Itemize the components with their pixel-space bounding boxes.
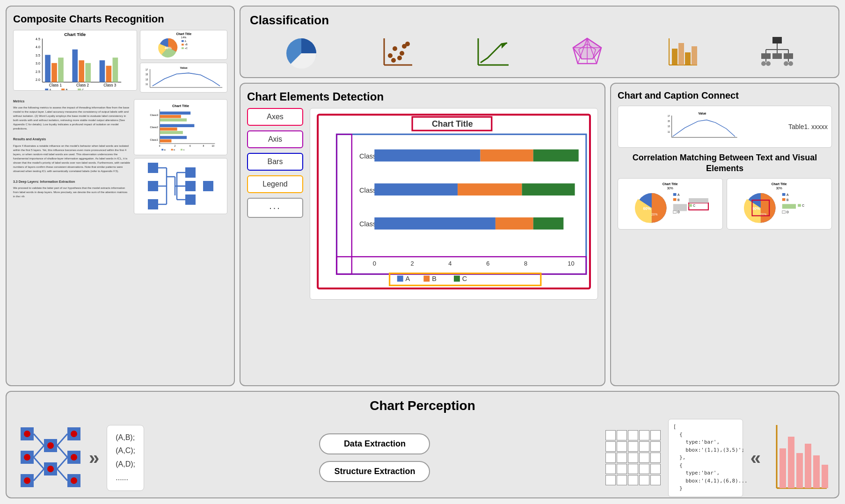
- svg-rect-133: [336, 134, 351, 274]
- svg-text:2.0: 2.0: [36, 78, 40, 81]
- svg-text:Chart Title: Chart Title: [772, 182, 787, 186]
- svg-text:+C: +C: [184, 47, 188, 50]
- svg-rect-63: [161, 149, 163, 150]
- svg-point-208: [24, 477, 30, 484]
- svg-text:11: 11: [145, 83, 148, 86]
- caption-panel: Chart and Caption Connect Value 17 15 13…: [610, 83, 839, 386]
- svg-rect-111: [678, 43, 684, 65]
- svg-text:Class 2: Class 2: [76, 83, 89, 87]
- code-content: [ { type:'bar', bbox:'(1,1),(3,5)'; }, {…: [673, 423, 738, 493]
- composite-title: Composite Charts Recognition: [13, 13, 227, 25]
- svg-text:4: 4: [448, 260, 452, 267]
- svg-text:C: C: [82, 88, 84, 90]
- data-extraction-btn[interactable]: Data Extraction: [319, 433, 430, 454]
- corr-chart-1-svg: Chart Title 30% 60% 20%: [621, 181, 720, 226]
- grid-cell: [650, 475, 661, 485]
- svg-point-92: [393, 46, 397, 51]
- svg-rect-65: [171, 149, 173, 150]
- hierarchy-chart-icon: [756, 33, 798, 71]
- svg-rect-53: [160, 127, 177, 130]
- svg-rect-9: [45, 55, 51, 82]
- svg-rect-12: [72, 50, 78, 82]
- svg-point-94: [391, 58, 396, 63]
- elements-panel: Chart Elements Detection Axes Axis Bars …: [240, 83, 605, 386]
- svg-rect-81: [185, 181, 196, 191]
- left-arrows: «: [750, 447, 761, 468]
- corr-chart-1: Chart Title 30% 60% 20%: [618, 178, 723, 230]
- svg-text:D: D: [787, 210, 789, 214]
- svg-point-97: [405, 42, 410, 46]
- svg-text:A: A: [50, 88, 51, 90]
- svg-rect-137: [481, 150, 533, 162]
- tree-svg: [143, 158, 218, 214]
- grid-cell: [617, 430, 627, 440]
- svg-rect-138: [533, 150, 579, 162]
- svg-rect-154: [397, 275, 403, 281]
- svg-rect-145: [495, 217, 533, 230]
- right-arrows: »: [89, 447, 99, 468]
- svg-text:C: C: [693, 204, 695, 207]
- svg-rect-226: [796, 453, 803, 488]
- svg-rect-225: [788, 437, 794, 488]
- svg-rect-191: [782, 198, 786, 201]
- svg-text:B: B: [66, 88, 67, 90]
- label-dots: ···: [247, 198, 303, 218]
- svg-point-128: [788, 61, 793, 66]
- svg-text:6: 6: [189, 144, 191, 147]
- hbar-svg: Chart Title Class3 Class2: [137, 102, 224, 152]
- svg-text:15: 15: [145, 73, 148, 76]
- svg-rect-177: [689, 204, 692, 207]
- svg-rect-142: [522, 183, 575, 195]
- scatter-svg: [379, 35, 416, 70]
- svg-rect-21: [45, 89, 48, 90]
- bar-class-svg: [663, 35, 701, 70]
- svg-rect-25: [78, 89, 81, 90]
- svg-rect-71: [148, 199, 158, 209]
- svg-text:17: 17: [145, 68, 148, 71]
- grid-cell: [628, 475, 638, 485]
- extraction-text-content: (A,B); (A,C); (A,D); ......: [116, 431, 135, 485]
- composite-pie-chart: Chart Title 14% 40% A +B: [140, 30, 228, 60]
- corr-chart-2-svg: Chart Title 30% 60% 20%: [730, 181, 829, 226]
- svg-text:2: 2: [411, 260, 414, 267]
- svg-rect-136: [374, 150, 480, 162]
- line-svg: [473, 35, 511, 70]
- svg-point-212: [71, 454, 77, 461]
- svg-text:14%: 14%: [181, 36, 186, 39]
- svg-text:Class2: Class2: [150, 126, 158, 129]
- svg-text:A: A: [184, 40, 186, 43]
- svg-text:8: 8: [524, 260, 527, 267]
- label-axis: Axis: [247, 130, 303, 148]
- extraction-text: (A,B); (A,C); (A,D); ......: [107, 425, 144, 491]
- svg-rect-14: [85, 63, 91, 82]
- classification-panel: Classification: [240, 6, 839, 78]
- svg-text:B: B: [432, 275, 437, 282]
- svg-line-216: [34, 457, 44, 469]
- composite-line-chart: Value 17 15 13 11: [140, 63, 228, 93]
- structure-extraction-btn[interactable]: Structure Extraction: [319, 461, 430, 482]
- svg-rect-110: [672, 49, 677, 65]
- svg-rect-227: [805, 444, 811, 488]
- svg-rect-144: [374, 217, 495, 230]
- svg-rect-35: [181, 47, 183, 49]
- perception-bar-chart: [768, 423, 829, 493]
- svg-rect-67: [181, 149, 182, 150]
- perception-title: Chart Perception: [16, 398, 829, 413]
- caption-line-svg: Value 17 15 13 11: [622, 110, 783, 143]
- svg-text:A: A: [406, 275, 410, 282]
- metrics-title: Metrics: [13, 99, 130, 104]
- svg-text:Value: Value: [698, 112, 706, 115]
- horizontal-bar-chart: Chart Title Class3 Class2: [134, 99, 227, 155]
- label-bars: Bars: [247, 153, 303, 171]
- perc-bar-svg: [768, 423, 829, 495]
- svg-rect-122: [784, 53, 793, 59]
- svg-rect-156: [423, 275, 430, 281]
- svg-text:C: C: [802, 204, 804, 207]
- svg-point-209: [47, 442, 54, 449]
- bar-chart-svg: Chart Title 4.5 4.0 3.5 3.0 2.5 2.0: [14, 30, 137, 90]
- svg-line-217: [34, 469, 44, 481]
- svg-text:13: 13: [145, 78, 148, 80]
- svg-text:20%: 20%: [651, 213, 657, 216]
- caption-title: Chart and Caption Connect: [618, 90, 832, 101]
- grid-cell: [628, 453, 638, 463]
